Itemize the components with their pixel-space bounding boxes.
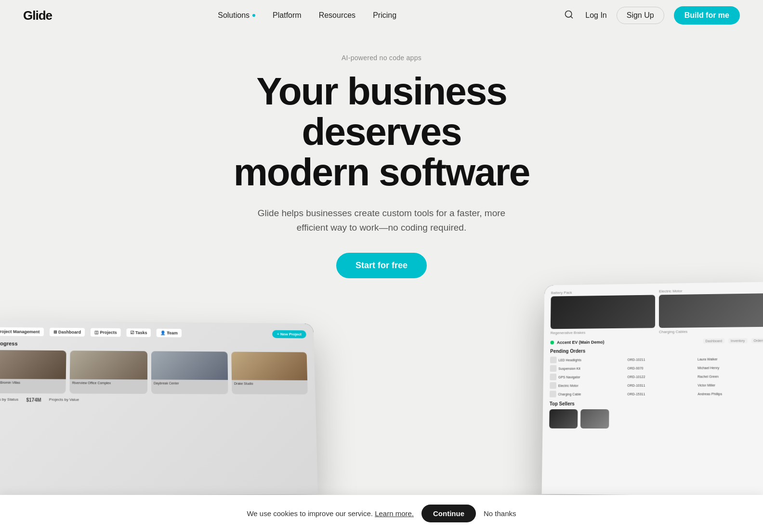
new-project-button: + New Project — [272, 330, 306, 338]
order-row-1: LED Headlights ORD-10211 Laura Walker — [550, 355, 763, 363]
order-row-3: GPS Navigator ORD-10122 Rachel Green — [550, 373, 763, 380]
project-card-2-image — [70, 350, 147, 379]
status-row: Accent EV (Main Demo) Dashboard Inventor… — [550, 338, 763, 345]
search-icon — [564, 12, 574, 21]
cookie-banner: We use cookies to improve our service. L… — [0, 495, 763, 532]
brand-logo[interactable]: Glide — [23, 8, 52, 23]
order-row-4: Electric Motor ORD-10311 Victor Miller — [550, 381, 763, 389]
nav-pricing-label: Pricing — [373, 11, 396, 20]
project-card-1: Alvaro Bromin Villas — [0, 350, 66, 393]
order-4-id: ORD-10311 — [627, 383, 696, 387]
order-row-2: Suspension Kit ORD-9370 Michael Henry — [550, 364, 763, 372]
solutions-dot — [252, 14, 255, 17]
hero-title-line1: Your business deserves — [256, 70, 506, 153]
nav-menu: Solutions Platform Resources Pricing — [218, 11, 396, 20]
hero-subtitle: Glide helps businesses create custom too… — [256, 206, 507, 235]
nav-solutions-label: Solutions — [218, 11, 250, 20]
nav-item-solutions[interactable]: Solutions — [218, 11, 255, 20]
top-sellers-images — [549, 409, 763, 431]
order-1-id: ORD-10211 — [628, 357, 696, 361]
nav-platform-label: Platform — [273, 11, 302, 20]
mockups-area: ▶ Project Management ⊞ Dashboard ◫ Proje… — [0, 301, 763, 494]
order-3-icon — [550, 374, 556, 380]
order-5-name: Charging Cable — [558, 392, 626, 395]
regenerative-brakes-label: Regenerative Brakes — [551, 330, 655, 335]
in-progress-label: In Progress — [0, 340, 306, 349]
order-3-name: GPS Navigator — [558, 375, 625, 378]
top-seller-1-image — [549, 409, 578, 428]
order-4-customer: Victor Miller — [697, 383, 763, 387]
nav-resources-label: Resources — [319, 11, 355, 20]
project-card-4-image — [231, 351, 307, 380]
nav-item-resources[interactable]: Resources — [319, 11, 355, 20]
order-5-icon — [550, 390, 556, 397]
order-1-icon — [550, 357, 557, 363]
project-cards: Alvaro Bromin Villas Riverview Office Co… — [0, 350, 308, 394]
order-4-name: Electric Motor — [558, 384, 626, 387]
svg-line-1 — [571, 16, 573, 18]
build-for-me-button[interactable]: Build for me — [674, 6, 740, 25]
top-sellers-title: Top Sellers — [550, 401, 763, 406]
charging-cables-label: Charging Cables — [659, 329, 763, 334]
tab-team: 👤 Team — [157, 328, 182, 337]
login-button[interactable]: Log In — [585, 11, 606, 20]
mockup-right-device: Battery Pack Regenerative Brakes Electri… — [542, 282, 763, 496]
battery-pack-image — [551, 295, 655, 329]
nav-item-platform[interactable]: Platform — [273, 11, 302, 20]
order-2-icon — [550, 365, 557, 372]
cookie-continue-button[interactable]: Continue — [421, 505, 476, 522]
hero-title: Your business deserves modern software — [174, 71, 589, 193]
project-card-1-title: Alvaro Bromin Villas — [0, 379, 66, 387]
project-card-2: Riverview Office Complex — [69, 350, 147, 394]
status-text: Accent EV (Main Demo) — [557, 339, 605, 345]
hero-section: AI-powered no code apps Your business de… — [0, 31, 763, 278]
tab-project-management: ▶ Project Management — [0, 327, 44, 336]
project-card-3-title: Daybreak Center — [151, 379, 228, 387]
hero-title-line2: modern software — [234, 151, 530, 194]
project-card-3: Daybreak Center — [151, 351, 228, 394]
mockup-left-screen: ▶ Project Management ⊞ Dashboard ◫ Proje… — [0, 320, 318, 495]
stat-projects-by-value: Projects by Value — [49, 397, 79, 402]
orders-list: LED Headlights ORD-10211 Laura Walker Su… — [550, 355, 763, 398]
order-5-id: ORD-15311 — [627, 392, 696, 395]
tab-projects: ◫ Projects — [91, 328, 121, 337]
mockup-top-bar: ▶ Project Management ⊞ Dashboard ◫ Proje… — [0, 327, 306, 338]
right-header-images: Battery Pack Regenerative Brakes Electri… — [551, 287, 763, 335]
order-3-customer: Rachel Green — [697, 374, 763, 378]
stat-projects-by-status: Projects by Status — [0, 397, 18, 402]
project-card-4-title: Drake Studio — [232, 380, 307, 387]
tab-tasks: ☑ Tasks — [127, 328, 151, 337]
pending-orders-title: Pending Orders — [550, 347, 763, 354]
mockup-right-screen: Battery Pack Regenerative Brakes Electri… — [542, 282, 763, 496]
stat-value: $174M — [26, 397, 41, 402]
mockup-left-device: ▶ Project Management ⊞ Dashboard ◫ Proje… — [0, 320, 318, 495]
order-4-icon — [550, 382, 556, 389]
order-5-customer: Andreas Phillips — [697, 392, 763, 395]
project-card-3-image — [151, 351, 228, 380]
project-card-4: Drake Studio — [231, 351, 308, 394]
status-indicator — [550, 340, 554, 344]
nav-item-pricing[interactable]: Pricing — [373, 11, 396, 20]
electric-motor-image — [659, 293, 763, 328]
project-card-2-title: Riverview Office Complex — [70, 379, 147, 387]
hero-eyebrow: AI-powered no code apps — [342, 54, 421, 62]
order-3-id: ORD-10122 — [627, 375, 696, 378]
tab-dashboard: ⊞ Dashboard — [49, 327, 85, 336]
navbar: Glide Solutions Platform Resources Prici… — [0, 0, 763, 31]
order-row-5: Charging Cable ORD-15311 Andreas Phillip… — [550, 390, 763, 397]
signup-button[interactable]: Sign Up — [617, 7, 664, 24]
bottom-stats: Projects by Status $174M Projects by Val… — [0, 397, 308, 403]
cookie-message: We use cookies to improve our service. L… — [247, 509, 414, 518]
order-1-customer: Laura Walker — [697, 357, 763, 361]
start-for-free-button[interactable]: Start for free — [336, 253, 427, 278]
order-2-customer: Michael Henry — [697, 365, 763, 369]
project-card-1-image — [0, 350, 66, 379]
search-button[interactable] — [562, 8, 576, 24]
cookie-learn-more-link[interactable]: Learn more. — [375, 509, 414, 518]
order-2-name: Suspension Kit — [558, 366, 625, 370]
cookie-no-thanks-button[interactable]: No thanks — [484, 509, 516, 518]
top-seller-2-image — [580, 409, 609, 428]
cookie-message-text: We use cookies to improve our service. — [247, 509, 373, 518]
order-2-id: ORD-9370 — [627, 366, 696, 370]
navbar-actions: Log In Sign Up Build for me — [562, 6, 740, 25]
